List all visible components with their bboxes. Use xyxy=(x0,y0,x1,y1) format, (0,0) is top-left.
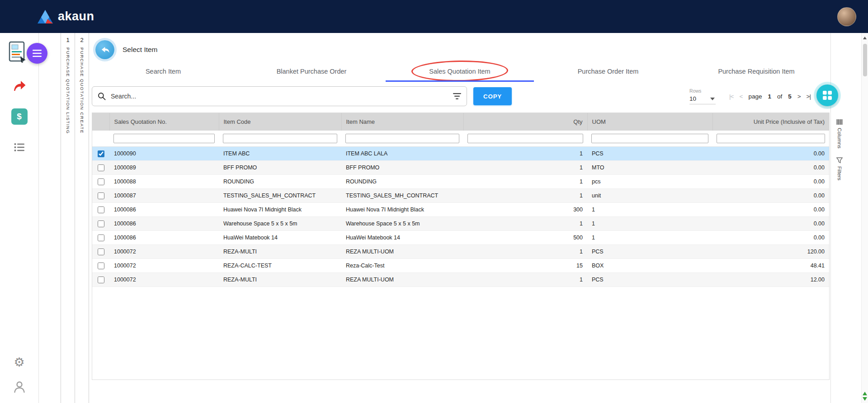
column-filter-input-item-code[interactable] xyxy=(223,134,337,143)
last-page-button[interactable]: >| xyxy=(807,93,811,100)
cell-qty: 1 xyxy=(463,161,587,175)
cell-uom: PCS xyxy=(587,273,712,287)
sidebar-item-workspace[interactable] xyxy=(9,41,30,66)
column-filter-input-quotation-no[interactable] xyxy=(113,134,215,143)
cell-quotation-no: 1000072 xyxy=(109,259,219,273)
grid-icon xyxy=(823,91,832,100)
cell-uom: 1 xyxy=(587,217,712,231)
cell-item-code: REZA-CALC-TEST xyxy=(219,259,341,273)
workspace-strip-2[interactable]: 2 PURCHASE QUOTATION CREATE xyxy=(75,33,89,403)
menu-toggle-button[interactable] xyxy=(27,43,47,64)
cell-unit-price: 0.00 xyxy=(712,161,829,175)
cell-item-name: TESTING_SALES_MH_CONTRACT xyxy=(341,189,463,203)
table-row[interactable]: 1000072REZA-MULTIREZA MULTI-UOM1PCS12.00 xyxy=(92,273,829,287)
columns-icon xyxy=(836,119,843,125)
vertical-scrollbar[interactable] xyxy=(861,33,868,403)
table-row[interactable]: 1000090ITEM ABCITEM ABC LALA1PCS0.00 xyxy=(92,147,829,161)
next-page-button[interactable]: > xyxy=(797,93,801,100)
scroll-up-icon[interactable] xyxy=(863,37,867,39)
tab-search-item[interactable]: Search Item xyxy=(89,62,237,82)
tab-purchase-requisition-item[interactable]: Purchase Requisition Item xyxy=(682,62,830,82)
row-checkbox[interactable] xyxy=(98,248,104,255)
row-checkbox[interactable] xyxy=(98,234,104,241)
tab-blanket-purchase-order[interactable]: Blanket Purchase Order xyxy=(237,62,386,82)
strip-number: 2 xyxy=(80,37,83,43)
toolbar: COPY Rows 10 |< < page 1 of xyxy=(89,86,830,106)
grid-view-fab[interactable] xyxy=(816,84,838,106)
cell-item-name: HuaWei Matebook 14 xyxy=(341,231,463,245)
filter-cell-empty xyxy=(92,131,109,147)
prev-page-button[interactable]: < xyxy=(739,93,742,100)
table-row[interactable]: 1000088ROUNDINGROUNDING1pcs0.00 xyxy=(92,175,829,189)
table-row[interactable]: 1000086Warehouse Space 5 x 5 x 5mWarehou… xyxy=(92,217,829,231)
page-title: Select Item xyxy=(123,46,158,54)
table-row[interactable]: 1000086HuaWei Matebook 14HuaWei Matebook… xyxy=(92,231,829,245)
row-checkbox[interactable] xyxy=(98,206,104,213)
workspace-strip-1[interactable]: 1 PURCHASE QUOTATION LISTING xyxy=(61,33,75,403)
columns-panel-toggle[interactable]: Columns xyxy=(836,119,843,148)
sidebar-top: $ xyxy=(9,41,30,158)
sidebar-item-listing[interactable] xyxy=(14,137,25,158)
green-scroll-down-icon[interactable] xyxy=(863,397,867,401)
row-checkbox[interactable] xyxy=(98,150,104,157)
tab-label: Search Item xyxy=(146,68,181,75)
sidebar-item-red-app[interactable] xyxy=(13,75,26,96)
table-row[interactable]: 1000072REZA-MULTIREZA MULTI-UOM1PCS120.0… xyxy=(92,245,829,259)
column-filter-input-uom[interactable] xyxy=(591,134,708,143)
tab-sales-quotation-item[interactable]: Sales Quotation Item xyxy=(386,62,534,82)
column-header-uom[interactable]: UOM xyxy=(587,113,712,131)
copy-button[interactable]: COPY xyxy=(473,87,512,105)
scroll-arrows xyxy=(863,392,867,401)
table-row[interactable]: 1000086Huawei Nova 7I Midnight BlackHuaw… xyxy=(92,203,829,217)
row-checkbox[interactable] xyxy=(98,220,104,227)
strip-label: PURCHASE QUOTATION LISTING xyxy=(66,47,71,134)
brand-name: akaun xyxy=(58,9,94,23)
column-filter-input-unit-price[interactable] xyxy=(717,134,825,143)
row-checkbox[interactable] xyxy=(98,276,104,283)
cell-qty: 1 xyxy=(463,245,587,259)
table-row[interactable]: 1000089BFF PROMOBFF PROMO1MTO0.00 xyxy=(92,161,829,175)
column-filter-input-item-name[interactable] xyxy=(345,134,459,143)
column-filter-input-qty[interactable] xyxy=(467,134,583,143)
rows-value: 10 xyxy=(689,94,716,104)
pager: |< < page 1 of 5 > >| xyxy=(729,93,811,100)
table-row[interactable]: 1000072REZA-CALC-TESTReza-Calc-Test15BOX… xyxy=(92,259,829,273)
cell-item-code: Warehouse Space 5 x 5 x 5m xyxy=(219,217,341,231)
column-header-unit-price[interactable]: Unit Price (Inclusive of Tax) xyxy=(712,113,829,131)
items-table-card: Sales Quotation No.Item CodeItem NameQty… xyxy=(92,112,830,380)
filters-panel-toggle[interactable]: Filters xyxy=(836,157,843,180)
column-header-item-name[interactable]: Item Name xyxy=(341,113,463,131)
tab-purchase-order-item[interactable]: Purchase Order Item xyxy=(534,62,682,82)
row-checkbox[interactable] xyxy=(98,164,104,171)
cell-qty: 1 xyxy=(463,175,587,189)
tab-label: Sales Quotation Item xyxy=(429,68,490,75)
cell-item-code: BFF PROMO xyxy=(219,161,341,175)
column-header-qty[interactable]: Qty xyxy=(463,113,587,131)
chevron-down-icon xyxy=(710,98,715,100)
hamburger-icon xyxy=(33,50,42,57)
search-box[interactable] xyxy=(92,86,467,106)
user-avatar[interactable] xyxy=(837,7,856,26)
column-header-quotation-no[interactable]: Sales Quotation No. xyxy=(109,113,219,131)
cell-unit-price: 0.00 xyxy=(712,147,829,161)
akaun-logo-icon xyxy=(37,9,53,24)
filter-list-icon[interactable] xyxy=(453,93,461,99)
profile-person-icon[interactable] xyxy=(13,380,26,393)
first-page-button[interactable]: |< xyxy=(729,93,733,100)
scrollbar-thumb[interactable] xyxy=(863,44,867,76)
green-scroll-up-icon[interactable] xyxy=(863,392,867,395)
column-header-item-code[interactable]: Item Code xyxy=(219,113,341,131)
brand[interactable]: akaun xyxy=(37,9,94,24)
cell-item-name: ROUNDING xyxy=(341,175,463,189)
table-row[interactable]: 1000087TESTING_SALES_MH_CONTRACTTESTING_… xyxy=(92,189,829,203)
sidebar-item-finance[interactable]: $ xyxy=(11,106,28,127)
cell-item-name: Huawei Nova 7I Midnight Black xyxy=(341,203,463,217)
row-checkbox[interactable] xyxy=(98,262,104,269)
row-checkbox[interactable] xyxy=(98,178,104,185)
settings-gear-icon[interactable]: ⚙ xyxy=(14,356,24,369)
cell-uom: MTO xyxy=(587,161,712,175)
search-input[interactable] xyxy=(110,92,449,100)
back-button[interactable] xyxy=(95,40,114,59)
row-checkbox[interactable] xyxy=(98,192,104,199)
rows-per-page-select[interactable]: Rows 10 xyxy=(689,88,716,104)
